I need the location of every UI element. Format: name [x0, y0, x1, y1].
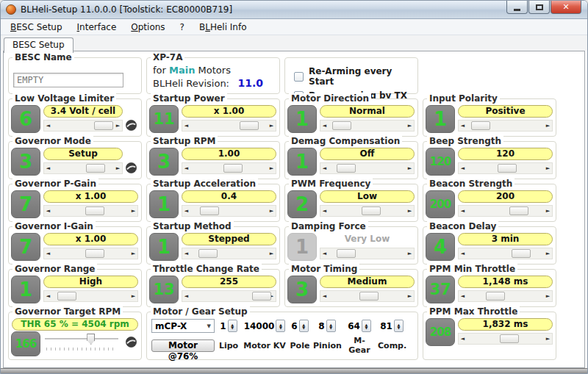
slider-track[interactable] — [52, 206, 129, 216]
slider-right-arrow-icon[interactable]: ► — [406, 163, 414, 173]
slider-thumb[interactable] — [198, 249, 218, 258]
slider-right-arrow-icon[interactable]: ► — [406, 121, 414, 131]
slider-thumb[interactable] — [85, 206, 104, 215]
besc-name-input[interactable] — [13, 73, 123, 87]
comp-spinner[interactable]: ▲▼ — [394, 320, 404, 332]
param-slider[interactable]: ◄ ► — [458, 248, 553, 259]
slider-left-arrow-icon[interactable]: ◄ — [459, 334, 467, 344]
menu-interface[interactable]: Interface — [70, 20, 124, 35]
param-slider[interactable]: ◄ ► — [43, 120, 123, 132]
slider-thumb[interactable] — [252, 292, 271, 301]
tab-besc-setup[interactable]: BESC Setup — [4, 37, 74, 53]
slider-track[interactable] — [52, 248, 129, 259]
slider-left-arrow-icon[interactable]: ◄ — [44, 248, 52, 259]
slider-track[interactable] — [52, 291, 129, 301]
slider-left-arrow-icon[interactable]: ◄ — [44, 121, 52, 131]
param-slider[interactable]: ◄ ► — [43, 205, 138, 217]
slider-thumb[interactable] — [332, 121, 351, 130]
slider-left-arrow-icon[interactable]: ◄ — [320, 121, 329, 131]
slider-thumb[interactable] — [240, 121, 259, 130]
m-gear-spinner[interactable]: ▲▼ — [362, 320, 371, 332]
slider-track[interactable] — [52, 121, 114, 131]
slider-thumb[interactable] — [500, 334, 519, 343]
slider-right-arrow-icon[interactable]: ► — [114, 121, 122, 131]
slider-thumb[interactable] — [94, 121, 113, 130]
slider-left-arrow-icon[interactable]: ◄ — [459, 121, 467, 131]
slider-thumb[interactable] — [337, 249, 356, 258]
param-slider[interactable]: ◄ ► — [182, 290, 276, 302]
slider-left-arrow-icon[interactable]: ◄ — [182, 121, 190, 131]
param-slider[interactable]: ◄ ► — [43, 248, 138, 259]
slider-track[interactable] — [190, 206, 268, 216]
slider-right-arrow-icon[interactable]: ► — [406, 206, 414, 216]
slider-track[interactable] — [467, 334, 544, 344]
title-bar[interactable]: BLHeli-Setup 11.0.0.0 [Toolstick: EC8000… — [1, 1, 587, 19]
close-button[interactable]: ✕ — [551, 1, 581, 14]
slider-thumb[interactable] — [512, 249, 531, 258]
slider-left-arrow-icon[interactable]: ◄ — [459, 248, 467, 259]
param-slider[interactable]: ◄ ► — [182, 120, 276, 132]
menu-blheli-info[interactable]: BLHeli Info — [192, 20, 254, 35]
motor-model-select[interactable]: mCP-X ▼ — [151, 319, 215, 333]
pole-spinner[interactable]: ▲▼ — [299, 320, 309, 332]
minimize-button[interactable] — [506, 1, 528, 14]
param-slider[interactable]: ◄ ► — [43, 162, 123, 174]
param-slider[interactable]: ◄ ► — [458, 162, 553, 174]
motor-kv-spinner[interactable]: ▲▼ — [276, 320, 285, 332]
rearming-checkbox[interactable] — [294, 72, 304, 82]
slider-right-arrow-icon[interactable]: ► — [268, 121, 276, 131]
slider-thumb[interactable] — [359, 292, 379, 301]
param-slider[interactable]: ◄ ► — [182, 205, 276, 217]
rpm-trackbar[interactable] — [43, 331, 120, 353]
slider-left-arrow-icon[interactable]: ◄ — [459, 291, 467, 301]
slider-right-arrow-icon[interactable]: ► — [544, 291, 552, 301]
param-slider[interactable]: ◄ ► — [458, 290, 553, 302]
param-slider[interactable]: ◄ ► — [320, 120, 415, 132]
slider-thumb[interactable] — [498, 164, 517, 173]
slider-thumb[interactable] — [86, 164, 105, 173]
slider-right-arrow-icon[interactable]: ► — [544, 334, 552, 344]
slider-track[interactable] — [190, 163, 268, 173]
slider-track[interactable] — [190, 248, 268, 259]
slider-track[interactable] — [329, 291, 406, 301]
param-slider[interactable]: ◄ ► — [458, 205, 553, 217]
slider-left-arrow-icon[interactable]: ◄ — [182, 163, 190, 173]
menu-help[interactable]: ? — [173, 20, 192, 35]
slider-left-arrow-icon[interactable]: ◄ — [182, 291, 190, 301]
rearming-checkbox-row[interactable]: Re-Arming every Start — [294, 66, 412, 87]
slider-track[interactable] — [467, 121, 544, 131]
slider-track[interactable] — [467, 248, 544, 259]
motor-percent-button[interactable]: Motor @76% — [151, 339, 215, 352]
slider-left-arrow-icon[interactable]: ◄ — [44, 163, 52, 173]
lipo-spinner[interactable]: ▲▼ — [228, 320, 237, 332]
slider-thumb[interactable] — [486, 292, 505, 301]
slider-left-arrow-icon[interactable]: ◄ — [44, 206, 52, 216]
slider-thumb[interactable] — [471, 121, 490, 130]
param-slider[interactable]: ◄ ► — [182, 248, 276, 259]
pinion-spinner[interactable]: ▲▼ — [326, 320, 336, 332]
slider-right-arrow-icon[interactable]: ► — [406, 291, 414, 301]
maximize-button[interactable] — [528, 1, 550, 14]
slider-right-arrow-icon[interactable]: ► — [268, 163, 276, 173]
slider-track[interactable] — [190, 291, 268, 301]
slider-left-arrow-icon[interactable]: ◄ — [320, 248, 329, 259]
param-slider[interactable]: ◄ ► — [320, 290, 415, 302]
param-slider[interactable]: ◄ ► — [320, 248, 415, 259]
slider-left-arrow-icon[interactable]: ◄ — [320, 291, 329, 301]
slider-track[interactable] — [329, 163, 406, 173]
slider-thumb[interactable] — [362, 206, 381, 215]
slider-right-arrow-icon[interactable]: ► — [544, 248, 552, 259]
slider-thumb[interactable] — [509, 206, 528, 215]
slider-right-arrow-icon[interactable]: ► — [406, 248, 414, 259]
slider-thumb[interactable] — [85, 249, 104, 258]
slider-track[interactable] — [52, 163, 114, 173]
slider-right-arrow-icon[interactable]: ► — [129, 248, 137, 259]
slider-track[interactable] — [190, 121, 268, 131]
slider-thumb[interactable] — [200, 206, 219, 215]
param-slider[interactable]: ◄ ► — [458, 333, 553, 345]
slider-right-arrow-icon[interactable]: ► — [544, 163, 552, 173]
slider-left-arrow-icon[interactable]: ◄ — [320, 206, 329, 216]
param-slider[interactable]: ◄ ► — [458, 120, 553, 132]
slider-right-arrow-icon[interactable]: ► — [544, 206, 552, 216]
slider-right-arrow-icon[interactable]: ► — [129, 291, 137, 301]
